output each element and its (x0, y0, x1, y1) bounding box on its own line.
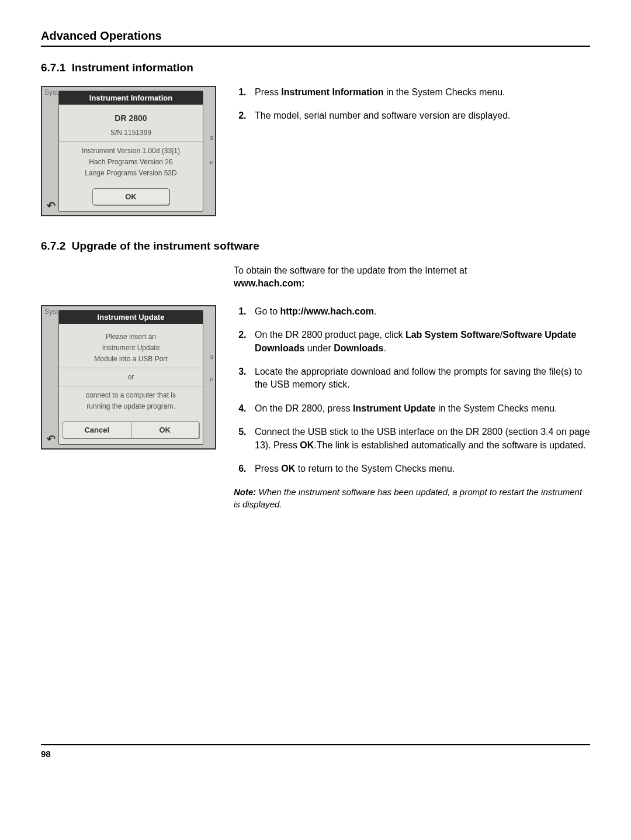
bold-url: http://www.hach.com (280, 306, 374, 316)
page-number: 98 (41, 744, 590, 759)
text: to return to the System Checks menu. (295, 464, 455, 473)
bold-downloads: Downloads (334, 343, 383, 353)
step-2: The model, serial number and software ve… (249, 109, 590, 122)
section-number: 6.7.2 (41, 240, 65, 252)
bold-instrument-update: Instrument Update (353, 403, 435, 413)
update-line-3: Module into a USB Port (63, 355, 199, 363)
section2-text: Go to http://www.hach.com. On the DR 280… (234, 305, 590, 511)
text: Press (255, 464, 281, 473)
text: Press (255, 87, 281, 97)
section-heading-672: 6.7.2 Upgrade of the instrument software (41, 240, 590, 253)
bg-syst-label: Syst (44, 307, 58, 316)
text: . (384, 343, 386, 353)
version-line-1: Instrument Version 1.00d (33|1) (63, 147, 199, 155)
update-line-4: connect to a computer that is (63, 391, 199, 399)
section-title: Instrument information (72, 61, 193, 74)
section1-text: Press Instrument Information in the Syst… (234, 86, 590, 133)
update-line-2: Instrument Update (63, 344, 199, 352)
back-icon[interactable]: ↶ (44, 433, 57, 445)
instrument-update-dialog: Instrument Update Please insert an Instr… (58, 310, 203, 445)
update-line-5: running the update program. (63, 402, 199, 410)
note-label: Note: (234, 487, 256, 497)
text: .The link is established automatically a… (314, 440, 585, 450)
text: . (374, 306, 376, 316)
text: To obtain the software for the update fr… (234, 265, 467, 275)
screenshot-instrument-update: Syst s e Instrument Update Please insert… (41, 305, 216, 450)
step-1: Press Instrument Information in the Syst… (249, 86, 590, 99)
back-icon[interactable]: ↶ (44, 200, 57, 212)
step-5: Connect the USB stick to the USB interfa… (249, 426, 590, 452)
cancel-button[interactable]: Cancel (63, 421, 131, 438)
section-title: Upgrade of the instrument software (72, 240, 259, 252)
bold-instrument-information: Instrument Information (281, 87, 383, 97)
update-or: or (63, 373, 199, 381)
bg-syst-label: Syst (44, 88, 58, 96)
note: Note: When the instrument software has b… (234, 486, 590, 510)
version-line-3: Lange Programs Version 53D (63, 169, 199, 177)
model-label: DR 2800 (63, 113, 199, 123)
step-6: Press OK to return to the System Checks … (249, 462, 590, 475)
version-line-2: Hach Programs Version 26 (63, 158, 199, 166)
edge-letter-e: e (210, 158, 213, 165)
step-2: On the DR 2800 product page, click Lab S… (249, 329, 590, 355)
edge-letter-e: e (210, 375, 213, 382)
intro-text: To obtain the software for the update fr… (234, 264, 590, 291)
step-1: Go to http://www.hach.com. (249, 305, 590, 318)
screenshot-instrument-info: Syst s e Instrument Information DR 2800 … (41, 86, 216, 216)
instrument-info-dialog: Instrument Information DR 2800 S/N 11513… (58, 91, 203, 212)
bold-lab-system: Lab System Software (405, 330, 500, 340)
section-heading-671: 6.7.1 Instrument information (41, 61, 590, 74)
dialog-title: Instrument Information (59, 91, 203, 105)
dialog-title: Instrument Update (59, 310, 203, 324)
ok-button[interactable]: OK (131, 421, 200, 438)
serial-label: S/N 1151399 (63, 129, 199, 137)
bold-url: www.hach.com: (234, 278, 304, 288)
bold-ok: OK (300, 440, 314, 450)
text: in the System Checks menu. (435, 403, 557, 413)
step-3: Locate the appropriate download and foll… (249, 365, 590, 392)
page-header: Advanced Operations (41, 29, 590, 47)
bold-ok: OK (281, 464, 295, 473)
edge-letter-s: s (210, 134, 214, 141)
text: On the DR 2800, press (255, 403, 353, 413)
section-number: 6.7.1 (41, 61, 65, 74)
step-4: On the DR 2800, press Instrument Update … (249, 402, 590, 415)
note-text: When the instrument software has been up… (234, 487, 582, 509)
edge-letter-s: s (210, 353, 214, 360)
text: Go to (255, 306, 280, 316)
update-line-1: Please insert an (63, 333, 199, 341)
text: On the DR 2800 product page, click (255, 330, 405, 340)
text: in the System Checks menu. (383, 87, 505, 97)
text: under (304, 343, 334, 353)
ok-button[interactable]: OK (92, 188, 169, 205)
